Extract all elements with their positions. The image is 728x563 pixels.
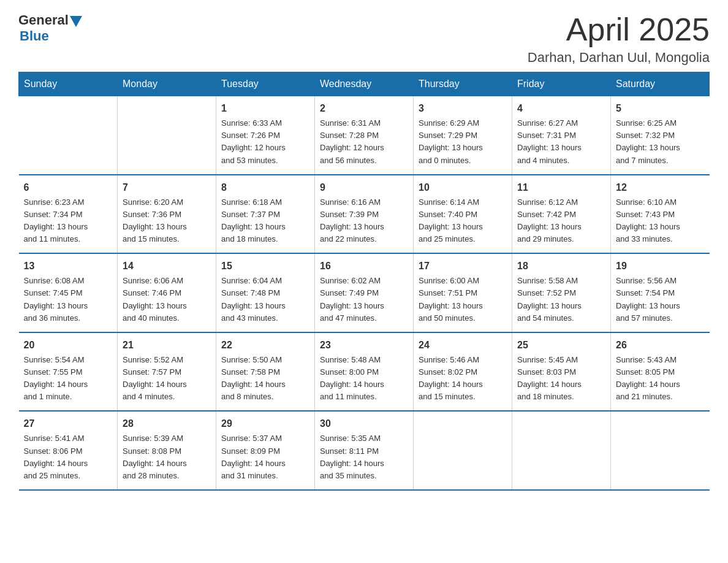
- day-number: 10: [419, 180, 507, 195]
- day-number: 3: [419, 101, 507, 116]
- day-info: Sunrise: 6:29 AM Sunset: 7:29 PM Dayligh…: [419, 118, 483, 164]
- calendar-week-row: 27Sunrise: 5:41 AM Sunset: 8:06 PM Dayli…: [19, 411, 710, 490]
- calendar-day-cell: 13Sunrise: 6:08 AM Sunset: 7:45 PM Dayli…: [19, 253, 118, 332]
- weekday-header-wednesday: Wednesday: [315, 72, 414, 96]
- calendar-day-cell: 30Sunrise: 5:35 AM Sunset: 8:11 PM Dayli…: [315, 411, 414, 490]
- day-number: 18: [517, 259, 605, 274]
- calendar-week-row: 6Sunrise: 6:23 AM Sunset: 7:34 PM Daylig…: [19, 175, 710, 254]
- logo-triangle-icon: [70, 16, 82, 27]
- day-info: Sunrise: 5:46 AM Sunset: 8:02 PM Dayligh…: [419, 355, 483, 401]
- calendar-day-cell: [414, 411, 512, 490]
- day-info: Sunrise: 5:48 AM Sunset: 8:00 PM Dayligh…: [320, 355, 384, 401]
- calendar-day-cell: 23Sunrise: 5:48 AM Sunset: 8:00 PM Dayli…: [315, 332, 414, 412]
- day-number: 25: [517, 338, 605, 353]
- day-info: Sunrise: 6:16 AM Sunset: 7:39 PM Dayligh…: [320, 197, 384, 243]
- weekday-header-saturday: Saturday: [611, 72, 710, 96]
- day-info: Sunrise: 6:04 AM Sunset: 7:48 PM Dayligh…: [221, 276, 286, 322]
- day-info: Sunrise: 6:12 AM Sunset: 7:42 PM Dayligh…: [517, 197, 582, 243]
- day-info: Sunrise: 6:06 AM Sunset: 7:46 PM Dayligh…: [123, 276, 187, 322]
- calendar-week-row: 20Sunrise: 5:54 AM Sunset: 7:55 PM Dayli…: [19, 332, 710, 412]
- day-number: 11: [517, 180, 605, 195]
- day-info: Sunrise: 6:18 AM Sunset: 7:37 PM Dayligh…: [221, 197, 286, 243]
- day-number: 19: [616, 259, 705, 274]
- day-info: Sunrise: 6:08 AM Sunset: 7:45 PM Dayligh…: [24, 276, 88, 322]
- calendar-day-cell: 16Sunrise: 6:02 AM Sunset: 7:49 PM Dayli…: [315, 253, 414, 332]
- day-info: Sunrise: 5:39 AM Sunset: 8:08 PM Dayligh…: [123, 434, 187, 480]
- day-info: Sunrise: 5:45 AM Sunset: 8:03 PM Dayligh…: [517, 355, 582, 401]
- weekday-header-sunday: Sunday: [19, 72, 118, 96]
- day-number: 28: [123, 416, 211, 431]
- day-info: Sunrise: 5:58 AM Sunset: 7:52 PM Dayligh…: [517, 276, 582, 322]
- calendar-day-cell: 26Sunrise: 5:43 AM Sunset: 8:05 PM Dayli…: [611, 332, 710, 412]
- day-number: 15: [221, 259, 309, 274]
- calendar-day-cell: [512, 411, 611, 490]
- calendar-day-cell: 21Sunrise: 5:52 AM Sunset: 7:57 PM Dayli…: [118, 332, 216, 412]
- day-number: 6: [24, 180, 113, 195]
- weekday-header-monday: Monday: [118, 72, 216, 96]
- day-info: Sunrise: 5:56 AM Sunset: 7:54 PM Dayligh…: [616, 276, 680, 322]
- day-info: Sunrise: 5:54 AM Sunset: 7:55 PM Dayligh…: [24, 355, 88, 401]
- location-title: Darhan, Darhan Uul, Mongolia: [528, 50, 710, 66]
- calendar-day-cell: 24Sunrise: 5:46 AM Sunset: 8:02 PM Dayli…: [414, 332, 512, 412]
- calendar-day-cell: 11Sunrise: 6:12 AM Sunset: 7:42 PM Dayli…: [512, 175, 611, 254]
- day-info: Sunrise: 5:52 AM Sunset: 7:57 PM Dayligh…: [123, 355, 187, 401]
- calendar-day-cell: 29Sunrise: 5:37 AM Sunset: 8:09 PM Dayli…: [216, 411, 315, 490]
- day-number: 2: [320, 101, 408, 116]
- calendar-day-cell: 12Sunrise: 6:10 AM Sunset: 7:43 PM Dayli…: [611, 175, 710, 254]
- calendar-day-cell: 7Sunrise: 6:20 AM Sunset: 7:36 PM Daylig…: [118, 175, 216, 254]
- calendar-day-cell: [118, 96, 216, 175]
- weekday-header-tuesday: Tuesday: [216, 72, 315, 96]
- weekday-header-thursday: Thursday: [414, 72, 512, 96]
- day-number: 27: [24, 416, 113, 431]
- day-number: 14: [123, 259, 211, 274]
- day-number: 1: [221, 101, 309, 116]
- day-info: Sunrise: 6:00 AM Sunset: 7:51 PM Dayligh…: [419, 276, 483, 322]
- calendar-day-cell: 10Sunrise: 6:14 AM Sunset: 7:40 PM Dayli…: [414, 175, 512, 254]
- calendar-day-cell: 17Sunrise: 6:00 AM Sunset: 7:51 PM Dayli…: [414, 253, 512, 332]
- day-number: 20: [24, 338, 113, 353]
- calendar-day-cell: 27Sunrise: 5:41 AM Sunset: 8:06 PM Dayli…: [19, 411, 118, 490]
- calendar-day-cell: 5Sunrise: 6:25 AM Sunset: 7:32 PM Daylig…: [611, 96, 710, 175]
- logo-blue-text: Blue: [20, 28, 49, 44]
- calendar-table: SundayMondayTuesdayWednesdayThursdayFrid…: [18, 72, 710, 491]
- weekday-header-friday: Friday: [512, 72, 611, 96]
- day-number: 29: [221, 416, 309, 431]
- day-number: 8: [221, 180, 309, 195]
- day-number: 12: [616, 180, 705, 195]
- day-number: 5: [616, 101, 705, 116]
- calendar-day-cell: [611, 411, 710, 490]
- day-info: Sunrise: 5:35 AM Sunset: 8:11 PM Dayligh…: [320, 434, 384, 480]
- calendar-day-cell: 2Sunrise: 6:31 AM Sunset: 7:28 PM Daylig…: [315, 96, 414, 175]
- calendar-day-cell: 15Sunrise: 6:04 AM Sunset: 7:48 PM Dayli…: [216, 253, 315, 332]
- calendar-day-cell: 20Sunrise: 5:54 AM Sunset: 7:55 PM Dayli…: [19, 332, 118, 412]
- calendar-day-cell: 4Sunrise: 6:27 AM Sunset: 7:31 PM Daylig…: [512, 96, 611, 175]
- day-info: Sunrise: 5:41 AM Sunset: 8:06 PM Dayligh…: [24, 434, 88, 480]
- day-info: Sunrise: 5:37 AM Sunset: 8:09 PM Dayligh…: [221, 434, 286, 480]
- calendar-day-cell: 22Sunrise: 5:50 AM Sunset: 7:58 PM Dayli…: [216, 332, 315, 412]
- calendar-day-cell: 14Sunrise: 6:06 AM Sunset: 7:46 PM Dayli…: [118, 253, 216, 332]
- calendar-day-cell: 9Sunrise: 6:16 AM Sunset: 7:39 PM Daylig…: [315, 175, 414, 254]
- day-number: 7: [123, 180, 211, 195]
- day-info: Sunrise: 5:43 AM Sunset: 8:05 PM Dayligh…: [616, 355, 680, 401]
- day-number: 22: [221, 338, 309, 353]
- day-number: 4: [517, 101, 605, 116]
- day-number: 17: [419, 259, 507, 274]
- calendar-day-cell: [19, 96, 118, 175]
- title-block: April 2025 Darhan, Darhan Uul, Mongolia: [528, 12, 710, 66]
- calendar-day-cell: 18Sunrise: 5:58 AM Sunset: 7:52 PM Dayli…: [512, 253, 611, 332]
- day-info: Sunrise: 6:25 AM Sunset: 7:32 PM Dayligh…: [616, 118, 680, 164]
- day-number: 24: [419, 338, 507, 353]
- day-number: 16: [320, 259, 408, 274]
- day-info: Sunrise: 6:14 AM Sunset: 7:40 PM Dayligh…: [419, 197, 483, 243]
- calendar-week-row: 1Sunrise: 6:33 AM Sunset: 7:26 PM Daylig…: [19, 96, 710, 175]
- day-info: Sunrise: 6:27 AM Sunset: 7:31 PM Dayligh…: [517, 118, 582, 164]
- logo-general-text: General: [18, 12, 69, 28]
- calendar-day-cell: 6Sunrise: 6:23 AM Sunset: 7:34 PM Daylig…: [19, 175, 118, 254]
- day-info: Sunrise: 6:02 AM Sunset: 7:49 PM Dayligh…: [320, 276, 384, 322]
- logo: General Blue: [18, 12, 82, 44]
- calendar-day-cell: 25Sunrise: 5:45 AM Sunset: 8:03 PM Dayli…: [512, 332, 611, 412]
- day-info: Sunrise: 6:10 AM Sunset: 7:43 PM Dayligh…: [616, 197, 680, 243]
- day-number: 23: [320, 338, 408, 353]
- calendar-day-cell: 19Sunrise: 5:56 AM Sunset: 7:54 PM Dayli…: [611, 253, 710, 332]
- month-title: April 2025: [528, 12, 710, 47]
